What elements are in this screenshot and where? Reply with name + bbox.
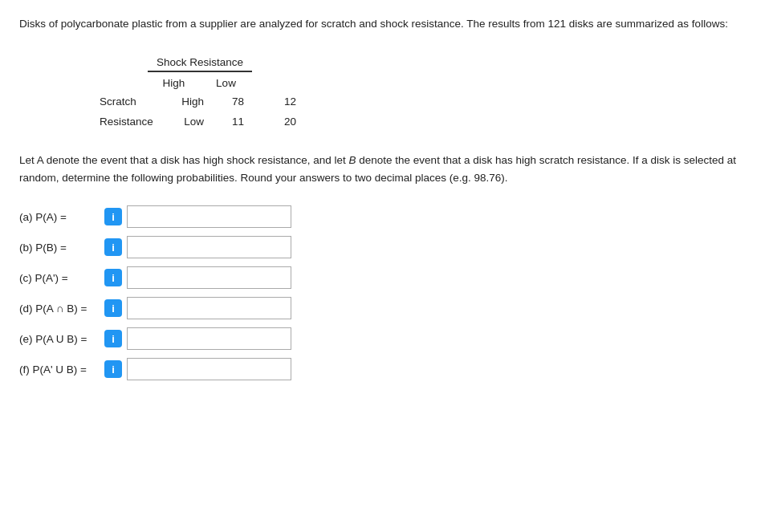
description-part-1: Let A denote the event that a disk has h… bbox=[19, 154, 349, 166]
col-header-high: High bbox=[148, 77, 200, 89]
description-text: Let A denote the event that a disk has h… bbox=[19, 152, 758, 186]
question-row-5: (f) P(A' U B) =i bbox=[19, 358, 758, 380]
cell-1-1: 20 bbox=[264, 116, 316, 128]
question-label-1: (b) P(B) = bbox=[19, 242, 100, 254]
answer-input-5[interactable] bbox=[127, 358, 291, 380]
question-row-1: (b) P(B) =i bbox=[19, 236, 758, 258]
info-icon-5[interactable]: i bbox=[104, 360, 122, 378]
question-row-2: (c) P(A') =i bbox=[19, 266, 758, 289]
info-icon-2[interactable]: i bbox=[104, 269, 122, 286]
row-sub-label-0: High bbox=[164, 95, 212, 108]
info-icon-4[interactable]: i bbox=[104, 330, 122, 347]
shock-resistance-label: Shock Resistance bbox=[148, 56, 252, 72]
row-main-label-0: Scratch bbox=[100, 95, 164, 108]
intro-text: Disks of polycarbonate plastic from a su… bbox=[19, 16, 758, 32]
question-label-5: (f) P(A' U B) = bbox=[19, 363, 100, 376]
table-row-1: Resistance Low 11 20 bbox=[100, 116, 758, 128]
col-header-low: Low bbox=[200, 77, 252, 89]
data-table: Shock Resistance High Low Scratch High 7… bbox=[100, 56, 758, 128]
cell-0-0: 78 bbox=[212, 95, 264, 108]
question-row-4: (e) P(A U B) =i bbox=[19, 327, 758, 350]
column-headers: High Low bbox=[100, 77, 758, 89]
row-sub-label-1: Low bbox=[164, 116, 212, 128]
shock-resistance-header: Shock Resistance bbox=[100, 56, 758, 72]
cell-0-1: 12 bbox=[264, 95, 316, 108]
answer-input-3[interactable] bbox=[127, 297, 291, 319]
table-row-0: Scratch High 78 12 bbox=[100, 95, 758, 108]
answer-input-4[interactable] bbox=[127, 327, 291, 350]
cell-1-0: 11 bbox=[212, 116, 264, 128]
questions-container: (a) P(A) =i(b) P(B) =i(c) P(A') =i(d) P(… bbox=[19, 205, 758, 380]
question-row-0: (a) P(A) =i bbox=[19, 205, 758, 228]
question-row-3: (d) P(A ∩ B) =i bbox=[19, 297, 758, 319]
info-icon-1[interactable]: i bbox=[104, 238, 122, 256]
answer-input-2[interactable] bbox=[127, 266, 291, 289]
question-label-2: (c) P(A') = bbox=[19, 272, 100, 284]
answer-input-0[interactable] bbox=[127, 205, 291, 228]
question-label-0: (a) P(A) = bbox=[19, 211, 100, 223]
description-b-italic: B bbox=[349, 154, 356, 166]
question-label-4: (e) P(A U B) = bbox=[19, 333, 100, 345]
row-main-label-1: Resistance bbox=[100, 116, 164, 128]
info-icon-0[interactable]: i bbox=[104, 208, 122, 225]
info-icon-3[interactable]: i bbox=[104, 299, 122, 317]
answer-input-1[interactable] bbox=[127, 236, 291, 258]
question-label-3: (d) P(A ∩ B) = bbox=[19, 303, 100, 315]
